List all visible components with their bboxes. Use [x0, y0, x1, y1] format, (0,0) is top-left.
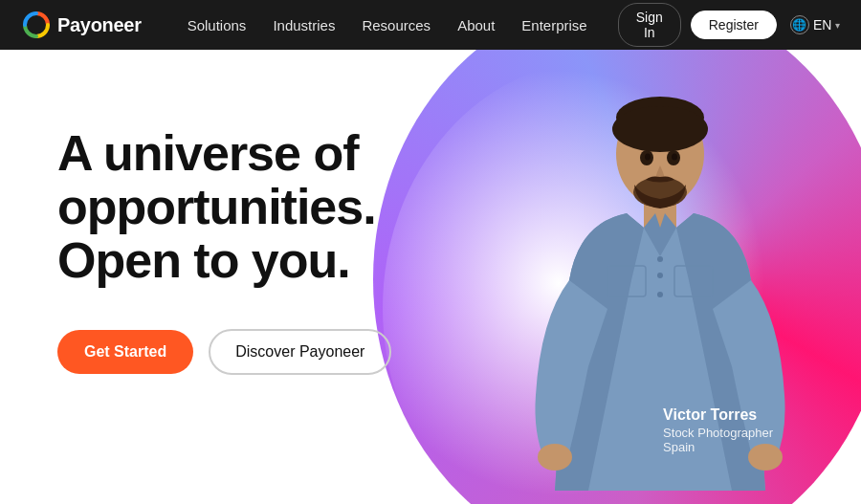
nav-item-industries[interactable]: Industries — [273, 17, 335, 33]
svg-point-15 — [657, 273, 663, 278]
nav-actions: Sign In Register 🌐 EN ▾ — [618, 3, 841, 47]
signin-button[interactable]: Sign In — [618, 3, 681, 47]
svg-point-10 — [672, 154, 677, 161]
svg-point-5 — [538, 444, 572, 471]
nav-item-about[interactable]: About — [457, 17, 495, 33]
nav-item-enterprise[interactable]: Enterprise — [521, 17, 586, 33]
svg-point-16 — [657, 292, 663, 297]
nav-item-solutions[interactable]: Solutions — [188, 17, 247, 33]
svg-point-3 — [612, 106, 708, 152]
logo-text: Payoneer — [57, 14, 142, 36]
person-country: Spain — [663, 440, 773, 454]
navbar: Payoneer Solutions Industries Resources … — [0, 0, 861, 50]
register-button[interactable]: Register — [691, 11, 777, 39]
hero-buttons: Get Started Discover Payoneer — [57, 329, 391, 375]
language-selector[interactable]: 🌐 EN ▾ — [790, 15, 840, 34]
hero-section: A universe of opportunities. Open to you… — [0, 50, 861, 504]
lang-code: EN — [813, 17, 831, 33]
hero-content: A universe of opportunities. Open to you… — [57, 126, 391, 375]
logo-icon — [23, 11, 50, 38]
svg-point-9 — [645, 154, 651, 161]
headline-line1: A universe of — [57, 125, 359, 181]
logo[interactable]: Payoneer — [23, 11, 142, 38]
svg-point-14 — [657, 256, 663, 262]
headline-line3: Open to you. — [57, 232, 350, 288]
discover-button[interactable]: Discover Payoneer — [209, 329, 391, 375]
nav-links: Solutions Industries Resources About Ent… — [188, 17, 587, 33]
globe-icon: 🌐 — [790, 15, 809, 34]
headline-line2: opportunities. — [57, 179, 376, 234]
person-title: Stock Photographer — [663, 426, 773, 440]
get-started-button[interactable]: Get Started — [57, 330, 193, 374]
person-caption: Victor Torres Stock Photographer Spain — [663, 405, 773, 454]
person-name: Victor Torres — [663, 405, 773, 426]
hero-headline: A universe of opportunities. Open to you… — [57, 126, 391, 287]
chevron-down-icon: ▾ — [835, 20, 840, 31]
nav-item-resources[interactable]: Resources — [362, 17, 430, 33]
